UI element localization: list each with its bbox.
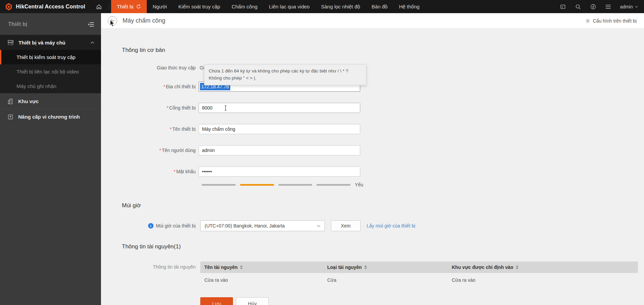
device-address-row: *Địa chỉ thiết bị 172.18.47.78 bbox=[122, 82, 644, 92]
tab-label: Chấm công bbox=[232, 4, 258, 9]
tab-thiet-bi[interactable]: Thiết bị bbox=[111, 0, 147, 13]
sidebar-item-thiet-bi-va-may-chu[interactable]: Thiết bị và máy chủ bbox=[0, 35, 101, 50]
task-center-icon[interactable] bbox=[560, 4, 566, 10]
required-marker: * bbox=[159, 148, 161, 153]
strength-bar-3 bbox=[278, 184, 312, 186]
section-basic-info-heading: Thông tin cơ bản bbox=[122, 47, 644, 54]
tooltip-line-1: Chứa 1 đến 64 ký tự và không cho phép cá… bbox=[209, 68, 362, 75]
column-label: Tên tài nguyên bbox=[204, 265, 238, 270]
home-button[interactable] bbox=[91, 0, 107, 13]
cancel-button[interactable]: Hủy bbox=[236, 297, 269, 305]
sidebar-subitem-label: Thiết bị liên lạc nội bộ video bbox=[16, 69, 79, 74]
firmware-upgrade-icon bbox=[7, 114, 13, 120]
resources-table: Tên tài nguyên Loại tài nguyên Khu vực đ… bbox=[200, 262, 638, 287]
device-address-label: Địa chỉ thiết bị bbox=[166, 84, 196, 89]
username-input[interactable] bbox=[199, 145, 360, 155]
sidebar-collapse-icon[interactable] bbox=[88, 22, 94, 27]
timezone-label: Múi giờ của thiết bị bbox=[156, 223, 196, 228]
tooltip-line-2: Không cho phép " < > |. bbox=[209, 75, 362, 82]
chevron-up-icon bbox=[91, 41, 94, 44]
tab-nguoi[interactable]: Người bbox=[147, 0, 172, 13]
device-port-input[interactable] bbox=[199, 103, 360, 113]
column-header-resource-type[interactable]: Loại tài nguyên bbox=[323, 265, 448, 270]
sort-icon[interactable] bbox=[364, 265, 367, 269]
strength-bar-2 bbox=[240, 184, 274, 186]
required-marker: * bbox=[174, 169, 175, 174]
validation-tooltip: Chứa 1 đến 64 ký tự và không cho phép cá… bbox=[204, 64, 366, 85]
device-name-row: *Tên thiết bị bbox=[122, 124, 644, 134]
tab-lien-lac-qua-video[interactable]: Liên lạc qua video bbox=[263, 0, 315, 13]
topbar-divider bbox=[109, 4, 109, 10]
column-header-assigned-area[interactable]: Khu vực được chỉ định vào bbox=[448, 265, 638, 270]
sidebar-item-nang-cap-vi-chuong-trinh[interactable]: Nâng cấp vi chương trình bbox=[0, 109, 101, 124]
refresh-icon[interactable] bbox=[136, 4, 141, 9]
tab-label: Bản đồ bbox=[372, 4, 388, 9]
required-marker: * bbox=[164, 84, 165, 89]
cell-assigned-area: Cửa ra vào bbox=[448, 277, 638, 283]
strength-bar-4 bbox=[316, 184, 350, 186]
device-config-link[interactable]: Cấu hình trên thiết bị bbox=[585, 18, 637, 24]
column-label: Loại tài nguyên bbox=[327, 265, 362, 270]
sidebar-item-khu-vuc[interactable]: Khu vực bbox=[0, 93, 101, 109]
user-menu[interactable]: admin bbox=[620, 4, 638, 9]
sidebar: Thiết bị Thiết bị và máy chủ Thiết b bbox=[0, 13, 101, 305]
resources-table-header: Tên tài nguyên Loại tài nguyên Khu vực đ… bbox=[200, 262, 638, 273]
required-marker: * bbox=[170, 126, 171, 132]
device-name-label: Tên thiết bị bbox=[172, 126, 196, 132]
sidebar-item-label: Nâng cấp vi chương trình bbox=[18, 114, 80, 120]
sort-icon[interactable] bbox=[516, 265, 518, 269]
device-port-row: *Cổng thiết bị bbox=[122, 103, 644, 113]
resources-side-label: Thông tin tài nguyên bbox=[122, 262, 199, 287]
device-config-label: Cấu hình trên thiết bị bbox=[593, 18, 637, 24]
strength-bar-1 bbox=[202, 184, 236, 186]
sidebar-subitem-label: Thiết bị kiểm soát truy cập bbox=[16, 54, 75, 60]
tab-kiem-soat-truy-cap[interactable]: Kiểm soát truy cập bbox=[173, 0, 226, 13]
get-device-timezone-link[interactable]: Lấy múi giờ của thiết bị bbox=[367, 223, 415, 228]
sidebar-item-may-chu-ghi-nhan[interactable]: Máy chủ ghi nhận bbox=[0, 79, 101, 93]
tab-cham-cong[interactable]: Chấm công bbox=[226, 0, 263, 13]
table-row[interactable]: Cửa ra vào Cửa Cửa ra vào bbox=[200, 273, 638, 287]
device-port-label: Cổng thiết bị bbox=[169, 105, 196, 111]
main-panel: Máy chấm công Cấu hình trên thiết bị Thô… bbox=[101, 13, 644, 305]
action-buttons: Lưu Hủy bbox=[200, 297, 644, 305]
chevron-down-icon bbox=[317, 225, 320, 227]
password-label-wrap: *Mật khẩu bbox=[122, 169, 199, 174]
search-icon[interactable] bbox=[575, 4, 581, 10]
text-cursor bbox=[224, 105, 227, 111]
page-title: Máy chấm công bbox=[123, 17, 165, 24]
tab-sang-loc-nhiet-do[interactable]: Sàng lọc nhiệt độ bbox=[315, 0, 366, 13]
password-label: Mật khẩu bbox=[176, 169, 196, 174]
password-input[interactable] bbox=[199, 166, 360, 177]
sort-icon[interactable] bbox=[240, 265, 243, 269]
tab-label: Sàng lọc nhiệt độ bbox=[321, 4, 360, 9]
save-button[interactable]: Lưu bbox=[200, 297, 233, 305]
menu-icon[interactable] bbox=[605, 4, 611, 9]
protocol-value-fragment: Gi bbox=[199, 65, 204, 70]
sidebar-subitem-label: Máy chủ ghi nhận bbox=[16, 83, 56, 89]
user-name: admin bbox=[620, 4, 633, 9]
home-icon bbox=[96, 4, 102, 10]
strength-label: Yếu bbox=[355, 182, 363, 187]
info-icon: i bbox=[148, 223, 154, 228]
device-port-label-wrap: *Cổng thiết bị bbox=[122, 105, 199, 111]
column-header-resource-name[interactable]: Tên tài nguyên bbox=[200, 265, 323, 270]
form-content: Thông tin cơ bản Giao thức truy cập Gi C… bbox=[101, 29, 644, 305]
cell-resource-name: Cửa ra vào bbox=[200, 277, 323, 283]
tab-label: Người bbox=[152, 4, 167, 9]
sidebar-item-thiet-bi-lien-lac-noi-bo-video[interactable]: Thiết bị liên lạc nội bộ video bbox=[0, 64, 101, 79]
tab-he-thong[interactable]: Hệ thống bbox=[393, 0, 425, 13]
tab-ban-do[interactable]: Bản đồ bbox=[366, 0, 394, 13]
help-icon[interactable] bbox=[590, 4, 596, 10]
tab-label: Hệ thống bbox=[399, 4, 419, 9]
resources-row: Thông tin tài nguyên Tên tài nguyên Loại… bbox=[122, 262, 644, 287]
view-button[interactable]: Xem bbox=[331, 220, 361, 231]
timezone-select[interactable]: (UTC+07:00) Bangkok, Hanoi, Jakarta bbox=[200, 220, 325, 231]
column-label: Khu vực được chỉ định vào bbox=[452, 265, 513, 270]
required-marker: * bbox=[167, 105, 168, 111]
back-button[interactable] bbox=[108, 16, 117, 26]
chevron-down-icon bbox=[635, 6, 638, 8]
sidebar-item-thiet-bi-kiem-soat-truy-cap[interactable]: Thiết bị kiểm soát truy cập bbox=[0, 50, 101, 64]
protocol-label: Giao thức truy cập bbox=[122, 65, 199, 70]
device-name-input[interactable] bbox=[199, 124, 360, 134]
timezone-value: (UTC+07:00) Bangkok, Hanoi, Jakarta bbox=[205, 223, 317, 228]
